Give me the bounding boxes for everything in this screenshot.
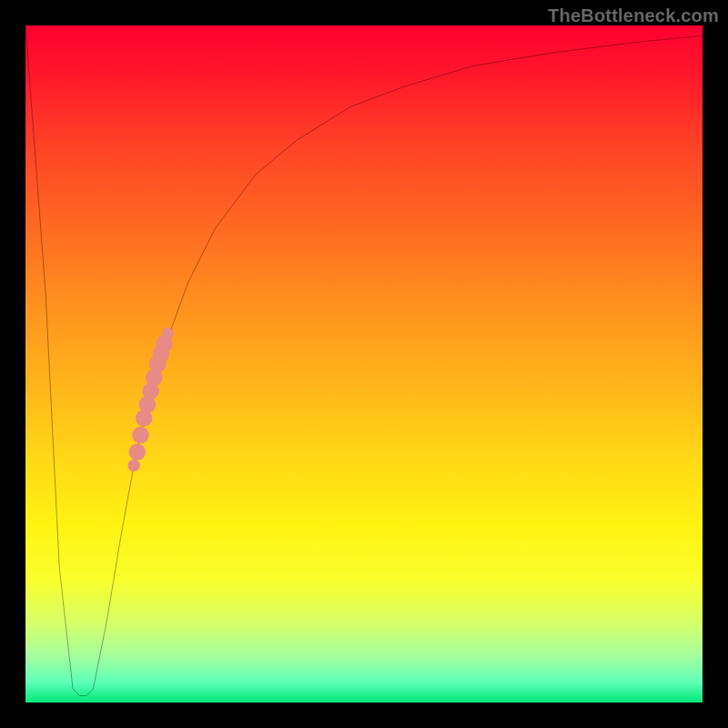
highlight-dot xyxy=(162,328,174,339)
highlight-dots xyxy=(127,328,174,471)
watermark-text: TheBottleneck.com xyxy=(548,5,719,26)
bottleneck-curve xyxy=(25,25,703,696)
plot-area xyxy=(25,25,703,703)
curve-layer xyxy=(25,25,703,703)
highlight-dot xyxy=(128,443,146,460)
highlight-dot xyxy=(127,460,139,471)
chart-frame: TheBottleneck.com xyxy=(0,0,728,728)
highlight-dot xyxy=(132,427,149,444)
